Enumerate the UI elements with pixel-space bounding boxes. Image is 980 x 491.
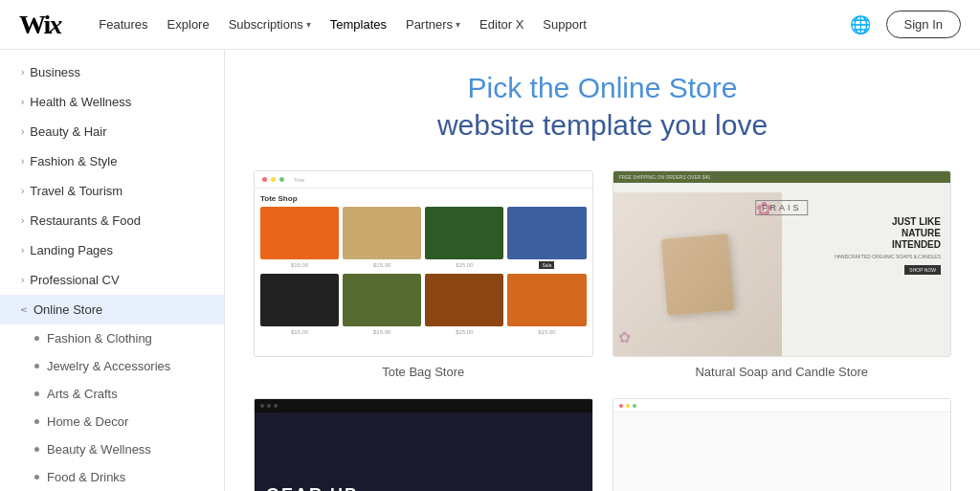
sidebar-item-beauty-hair[interactable]: › Beauty & Hair [0, 117, 224, 146]
chevron-right-icon: › [21, 245, 24, 256]
sidebar-item-restaurants-food[interactable]: › Restaurants & Food [0, 206, 224, 235]
chevron-right-icon: › [21, 156, 24, 167]
nav-subscriptions[interactable]: Subscriptions ▾ [221, 11, 319, 37]
page-layout: › Business › Health & Wellness › Beauty … [0, 50, 980, 491]
chevron-down-icon: ▾ [456, 19, 460, 30]
nav-editorx[interactable]: Editor X [472, 11, 531, 37]
nav-templates[interactable]: Templates [323, 11, 394, 37]
sidebar-subitem-home-decor[interactable]: Home & Decor [0, 408, 224, 435]
sidebar-item-landing-pages[interactable]: › Landing Pages [0, 235, 224, 265]
sidebar-item-fashion-style[interactable]: › Fashion & Style [0, 146, 224, 176]
sidebar-subitem-beauty-wellness[interactable]: Beauty & Wellness [0, 435, 224, 463]
nav-explore[interactable]: Explore [160, 11, 217, 37]
chevron-right-icon: › [21, 67, 24, 78]
bullet-icon [34, 364, 39, 368]
chevron-down-icon: ∨ [19, 306, 30, 313]
template-card-kids[interactable]: happy kids Happy Kids Store [612, 398, 952, 491]
bullet-icon [34, 475, 39, 480]
sidebar-item-business[interactable]: › Business [0, 57, 224, 87]
bullet-icon [34, 336, 39, 341]
header-right: 🌐 Sign In [850, 11, 961, 38]
bullet-icon [34, 419, 39, 424]
nav-partners[interactable]: Partners ▾ [398, 11, 468, 37]
template-thumbnail-tote: Tote Tote Shop $15.00 $15.00 [254, 170, 593, 357]
chevron-down-icon: ▾ [306, 19, 311, 30]
sidebar-subitem-arts-crafts[interactable]: Arts & Crafts [0, 380, 224, 408]
page-title: Pick the Online Store website template y… [254, 69, 951, 144]
chevron-right-icon: › [21, 215, 24, 226]
chevron-right-icon: › [21, 275, 24, 285]
sidebar-subitem-food-drinks[interactable]: Food & Drinks [0, 463, 224, 491]
sidebar: › Business › Health & Wellness › Beauty … [0, 50, 225, 491]
template-label-soap: Natural Soap and Candle Store [612, 365, 952, 379]
templates-grid: Tote Tote Shop $15.00 $15.00 [254, 170, 951, 491]
sidebar-subitem-fashion-clothing[interactable]: Fashion & Clothing [0, 324, 224, 352]
template-thumbnail-kids: happy kids [612, 398, 952, 491]
sign-in-button[interactable]: Sign In [886, 11, 961, 38]
template-card-soap[interactable]: FREE SHIPPING ON ORDERS OVER $40 ✿ ✿ FRA… [612, 170, 952, 379]
template-card-gear[interactable]: GEAR UP. Premium outdoor equipment Gear … [254, 398, 593, 491]
chevron-right-icon: › [21, 126, 24, 137]
template-label-tote: Tote Bag Store [254, 365, 593, 379]
bullet-icon [34, 447, 39, 452]
site-header: Wix Features Explore Subscriptions ▾ Tem… [0, 0, 980, 50]
bullet-icon [34, 391, 39, 396]
template-thumbnail-gear: GEAR UP. Premium outdoor equipment [254, 398, 593, 491]
main-content: Pick the Online Store website template y… [225, 50, 980, 491]
sidebar-item-travel-tourism[interactable]: › Travel & Tourism [0, 176, 224, 206]
globe-icon[interactable]: 🌐 [850, 14, 871, 35]
sidebar-item-health-wellness[interactable]: › Health & Wellness [0, 87, 224, 117]
sidebar-item-online-store[interactable]: ∨ Online Store [0, 295, 224, 324]
template-card-tote-bag[interactable]: Tote Tote Shop $15.00 $15.00 [254, 170, 593, 379]
sidebar-subitem-jewelry-accessories[interactable]: Jewelry & Accessories [0, 352, 224, 380]
template-thumbnail-soap: FREE SHIPPING ON ORDERS OVER $40 ✿ ✿ FRA… [612, 170, 952, 357]
chevron-right-icon: › [21, 97, 24, 107]
main-nav: Features Explore Subscriptions ▾ Templat… [91, 11, 826, 37]
nav-features[interactable]: Features [91, 11, 155, 37]
wix-logo[interactable]: Wix [19, 10, 60, 40]
nav-support[interactable]: Support [535, 11, 594, 37]
sidebar-item-professional-cv[interactable]: › Professional CV [0, 265, 224, 295]
chevron-right-icon: › [21, 186, 24, 196]
